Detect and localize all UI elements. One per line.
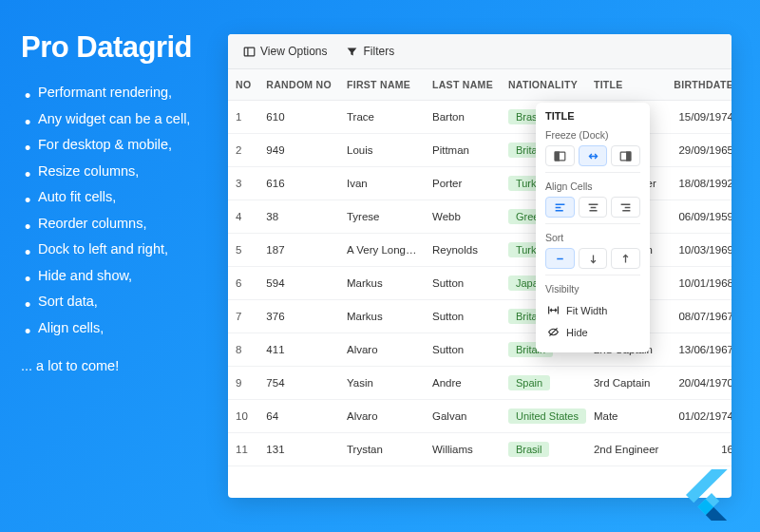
cell-first: Markus	[339, 267, 425, 300]
hide-column-button[interactable]: Hide	[545, 321, 640, 343]
cell-title: 2nd Engineer	[586, 433, 666, 466]
fit-width-button[interactable]: Fit Width	[545, 299, 640, 321]
cell-last: Porter	[425, 167, 501, 200]
cell-no: 4	[228, 200, 258, 234]
table-row[interactable]: 5187A Very Long Name IReynoldsTurkey2nd …	[228, 234, 732, 267]
view-options-button[interactable]: View Options	[236, 40, 334, 63]
align-center-button[interactable]	[579, 197, 608, 218]
table-row[interactable]: 438TyreseWebbGreeceCook06/09/1959	[228, 200, 732, 234]
table-row[interactable]: 3616IvanPorterTurkey3rd Engineer18/08/19…	[228, 167, 732, 200]
table-row[interactable]: 11131TrystanWilliamsBrasil2nd Engineer16	[228, 433, 732, 466]
cell-birthdate: 08/07/1967	[666, 300, 732, 333]
dock-none-button[interactable]	[579, 145, 608, 166]
cell-birthdate: 20/04/1970	[666, 367, 732, 400]
table-row[interactable]: 1610TraceBartonBrasilDoctor15/09/1974	[228, 101, 732, 134]
cell-first: Alvaro	[339, 400, 425, 433]
freeze-section-label: Freeze (Dock)	[545, 129, 640, 141]
more-to-come-text: ... a lot to come!	[21, 358, 217, 373]
feature-item: For desktop & mobile,	[21, 132, 217, 159]
col-header-nationality[interactable]: NATIONALITY	[501, 69, 586, 101]
col-header-birthdate[interactable]: BIRTHDATE	[666, 69, 732, 101]
cell-last: Barton	[425, 101, 501, 134]
table-row[interactable]: 7376MarkusSuttonBritainCaptain08/07/1967	[228, 300, 732, 333]
sort-none-button[interactable]	[545, 248, 575, 269]
feature-item: Sort data,	[21, 289, 217, 315]
cell-nationality: United States	[501, 400, 586, 433]
toolbar: View Options Filters	[228, 34, 732, 69]
cell-random: 754	[258, 367, 339, 400]
flutter-logo-icon	[686, 469, 728, 511]
fit-width-label: Fit Width	[566, 305, 607, 316]
table-row[interactable]: 9754YasinAndreSpain3rd Captain20/04/1970	[228, 367, 732, 400]
cell-title: Mate	[586, 400, 666, 433]
cell-no: 2	[228, 134, 258, 167]
align-left-button[interactable]	[545, 197, 575, 218]
cell-no: 8	[228, 333, 258, 367]
dock-left-button[interactable]	[545, 145, 575, 166]
col-header-random[interactable]: RANDOM NO	[258, 69, 339, 101]
cell-random: 616	[258, 167, 339, 200]
cell-last: Sutton	[425, 267, 501, 300]
data-table: NO RANDOM NO FIRST NAME LAST NAME NATION…	[228, 69, 732, 466]
sort-asc-button[interactable]	[611, 248, 640, 269]
cell-no: 7	[228, 300, 258, 333]
hide-label: Hide	[566, 327, 588, 338]
feature-item: Hide and show,	[21, 263, 217, 290]
cell-last: Pittman	[425, 134, 501, 167]
cell-last: Reynolds	[425, 234, 501, 267]
feature-item: Resize columns,	[21, 159, 217, 185]
table-row[interactable]: 1064AlvaroGalvanUnited StatesMate01/02/1…	[228, 400, 732, 433]
cell-birthdate: 18/08/1992	[666, 167, 732, 200]
product-title: Pro Datagrid	[21, 30, 217, 65]
cell-random: 38	[258, 200, 339, 234]
feature-item: Dock to left and right,	[21, 237, 217, 263]
col-header-first[interactable]: FIRST NAME	[339, 69, 425, 101]
cell-birthdate: 10/01/1968	[666, 267, 732, 300]
table-row[interactable]: 6594MarkusSuttonJapanDoctor10/01/1968	[228, 267, 732, 300]
filters-button[interactable]: Filters	[338, 40, 402, 63]
column-menu-title: TITLE	[545, 110, 640, 122]
cell-title: 3rd Captain	[586, 367, 666, 400]
layout-icon	[243, 46, 256, 58]
feature-list: Performant rendering, Any widget can be …	[21, 80, 217, 341]
cell-last: Sutton	[425, 333, 501, 367]
feature-item: Auto fit cells,	[21, 184, 217, 211]
col-header-no[interactable]: NO	[228, 69, 258, 101]
col-header-title[interactable]: TITLE	[586, 69, 666, 101]
cell-random: 949	[258, 134, 339, 167]
col-header-last[interactable]: LAST NAME	[425, 69, 501, 101]
dock-right-button[interactable]	[611, 145, 640, 166]
cell-no: 1	[228, 101, 258, 134]
cell-first: Alvaro	[339, 333, 425, 367]
cell-birthdate: 01/02/1974	[666, 400, 732, 433]
cell-no: 11	[228, 433, 258, 466]
cell-last: Galvan	[425, 400, 501, 433]
cell-last: Andre	[425, 367, 501, 400]
sort-desc-button[interactable]	[579, 248, 608, 269]
table-scroll-container[interactable]: NO RANDOM NO FIRST NAME LAST NAME NATION…	[228, 69, 732, 498]
cell-first: Markus	[339, 300, 425, 333]
cell-no: 6	[228, 267, 258, 300]
svg-rect-0	[244, 48, 255, 56]
cell-nationality: Spain	[501, 367, 586, 400]
cell-birthdate: 13/06/1967	[666, 333, 732, 367]
table-row[interactable]: 8411AlvaroSuttonBritain2nd Captain13/06/…	[228, 333, 732, 367]
datagrid-panel: View Options Filters NO RANDOM NO FIRST …	[228, 34, 732, 498]
cell-no: 9	[228, 367, 258, 400]
cell-no: 5	[228, 234, 258, 267]
cell-random: 64	[258, 400, 339, 433]
view-options-label: View Options	[260, 45, 327, 58]
align-right-button[interactable]	[611, 197, 640, 218]
table-row[interactable]: 2949LouisPittmanBritainCook29/09/1965	[228, 134, 732, 167]
cell-random: 594	[258, 267, 339, 300]
marketing-sidebar: Pro Datagrid Performant rendering, Any w…	[0, 0, 228, 532]
cell-random: 131	[258, 433, 339, 466]
cell-random: 411	[258, 333, 339, 367]
cell-nationality: Brasil	[501, 433, 586, 466]
cell-no: 10	[228, 400, 258, 433]
svg-rect-5	[627, 152, 631, 161]
feature-item: Any widget can be a cell,	[21, 106, 217, 133]
cell-first: Trystan	[339, 433, 425, 466]
feature-item: Performant rendering,	[21, 80, 217, 106]
cell-random: 187	[258, 234, 339, 267]
